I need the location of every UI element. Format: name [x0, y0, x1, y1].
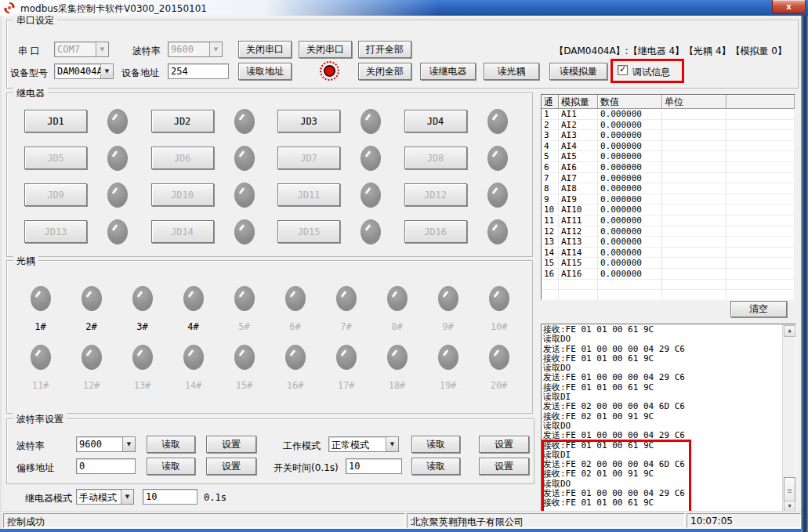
read-analog-button[interactable]: 读模拟量	[549, 63, 607, 80]
clear-button[interactable]: 清空	[730, 301, 787, 317]
table-cell: 0.000000	[598, 130, 662, 141]
opto-indicator-icon	[438, 286, 458, 311]
table-row[interactable]: 1AI10.000000	[542, 109, 795, 120]
debug-info-checkbox[interactable]	[618, 65, 628, 75]
table-row[interactable]: 16AI160.000000	[542, 269, 795, 280]
table-row[interactable]: 4AI40.000000	[542, 141, 795, 152]
table-row[interactable]: 14AI140.000000	[542, 248, 795, 259]
read-opto-button[interactable]: 读光耦	[484, 63, 539, 80]
opto-cell: 20#	[473, 332, 524, 391]
table-cell: AI9	[559, 194, 598, 205]
relay-indicator-icon	[361, 183, 381, 208]
opto-cell: 2#	[66, 273, 117, 332]
table-cell: 5	[542, 151, 559, 162]
relay-group: 继电器 JD1JD2JD3JD4JD5JD6JD7JD8JD9JD10JD11J…	[6, 92, 533, 257]
scroll-up-icon[interactable]: ▲	[784, 325, 795, 337]
table-row[interactable]: 15AI150.000000	[542, 258, 795, 269]
table-cell: 0.000000	[598, 151, 662, 162]
close-serial-button-2[interactable]: 关闭串口	[299, 41, 352, 58]
baud-set-button[interactable]: 设置	[206, 436, 256, 453]
table-row[interactable]: 11AI110.000000	[542, 215, 795, 226]
port-label: 串 口	[18, 45, 40, 58]
opto-cell: 17#	[321, 332, 371, 391]
table-row[interactable]: 13AI130.000000	[542, 237, 795, 248]
table-row[interactable]: 10AI100.000000	[542, 204, 795, 215]
table-row[interactable]: 3AI30.000000	[542, 130, 795, 141]
table-cell	[662, 204, 726, 215]
relay-mode-time-input[interactable]	[143, 489, 197, 505]
window-border-right	[801, 16, 808, 532]
table-cell	[726, 215, 795, 226]
work-mode-select[interactable]: 正常模式 ▼	[328, 436, 399, 452]
table-row[interactable]: 6AI60.000000	[542, 162, 795, 173]
opto-indicator-icon	[132, 345, 153, 370]
debug-log[interactable]: 接收:FE 01 01 00 61 9C读取DO发送:FE 01 00 00 0…	[541, 324, 796, 514]
table-cell	[662, 151, 726, 162]
offset-input[interactable]	[76, 458, 136, 474]
work-mode-set-button[interactable]: 设置	[479, 436, 529, 453]
relay-cell: JD4	[398, 109, 525, 134]
work-mode-read-button[interactable]: 读取	[411, 436, 460, 453]
table-cell	[662, 226, 726, 237]
titlebar[interactable]: modbus采集控制卡软件V0300_20150101 x	[0, 0, 808, 16]
opto-label: 3#	[136, 321, 147, 332]
offset-read-button[interactable]: 读取	[147, 458, 195, 475]
relay-button-jd11: JD11	[277, 183, 340, 206]
table-row[interactable]: 8AI80.000000	[542, 183, 795, 194]
relay-button-jd1[interactable]: JD1	[24, 110, 87, 132]
relay-mode-select[interactable]: 手动模式 ▼	[76, 489, 134, 505]
opto-indicator-icon	[234, 286, 255, 311]
table-cell	[662, 162, 726, 173]
table-row[interactable]	[542, 280, 795, 291]
table-cell	[726, 204, 795, 215]
close-icon: x	[786, 2, 791, 11]
baud2-select[interactable]: 9600 ▼	[76, 436, 136, 452]
table-row[interactable]: 12AI120.000000	[542, 226, 795, 237]
table-cell	[662, 237, 726, 248]
device-model-select[interactable]: DAM0404A ▼	[54, 63, 114, 79]
relay-cell: JD7	[271, 146, 398, 171]
offset-set-button[interactable]: 设置	[206, 458, 256, 475]
opto-cell: 19#	[422, 332, 473, 391]
table-row[interactable]: 7AI70.000000	[542, 173, 795, 184]
opto-label: 19#	[440, 380, 457, 391]
relay-button-jd4[interactable]: JD4	[404, 110, 467, 132]
opto-label: 4#	[187, 321, 198, 332]
opto-cell: 8#	[371, 273, 422, 332]
table-row[interactable]: 5AI50.000000	[542, 151, 795, 162]
switch-time-set-button[interactable]: 设置	[479, 458, 529, 475]
device-addr-input[interactable]	[168, 63, 229, 79]
relay-cell: JD3	[271, 109, 398, 134]
close-serial-button-1[interactable]: 关闭串口	[238, 41, 292, 58]
switch-time-read-button[interactable]: 读取	[411, 458, 460, 475]
opto-indicator-icon	[82, 345, 102, 370]
debug-info-label: 调试信息	[632, 66, 670, 79]
read-relay-button[interactable]: 读继电器	[420, 63, 476, 80]
table-cell: 0.000000	[598, 248, 662, 259]
switch-time-input[interactable]	[346, 458, 402, 474]
relay-group-title: 继电器	[13, 87, 48, 100]
relay-button-jd2[interactable]: JD2	[151, 110, 214, 132]
table-cell: AI5	[559, 151, 598, 162]
relay-indicator-icon	[487, 146, 508, 171]
relay-button-jd3[interactable]: JD3	[277, 110, 340, 132]
table-cell	[726, 141, 795, 152]
chevron-down-icon: ▼	[386, 437, 398, 451]
log-scrollbar[interactable]: ▲ ☰ ▼	[782, 324, 795, 513]
table-row[interactable]: 9AI90.000000	[542, 194, 795, 205]
opto-label: 6#	[289, 321, 300, 332]
close-button[interactable]: x	[772, 0, 806, 13]
device-model-label: 设备型号	[10, 67, 48, 80]
read-addr-button[interactable]: 读取地址	[238, 63, 292, 80]
table-cell	[726, 248, 795, 259]
opto-cell: 4#	[168, 273, 219, 332]
log-lines-highlighted: 接收:FE 01 01 00 61 9C读取DI发送:FE 02 00 00 0…	[543, 441, 795, 508]
open-all-button[interactable]: 打开全部	[358, 41, 411, 58]
opto-label: 8#	[391, 321, 402, 332]
opto-label: 10#	[491, 321, 508, 332]
baud-read-button[interactable]: 读取	[147, 436, 195, 453]
table-row[interactable]: 2AI20.000000	[542, 120, 795, 131]
table-cell	[542, 290, 559, 300]
close-all-button[interactable]: 关闭全部	[358, 63, 411, 80]
table-row[interactable]	[542, 290, 795, 300]
